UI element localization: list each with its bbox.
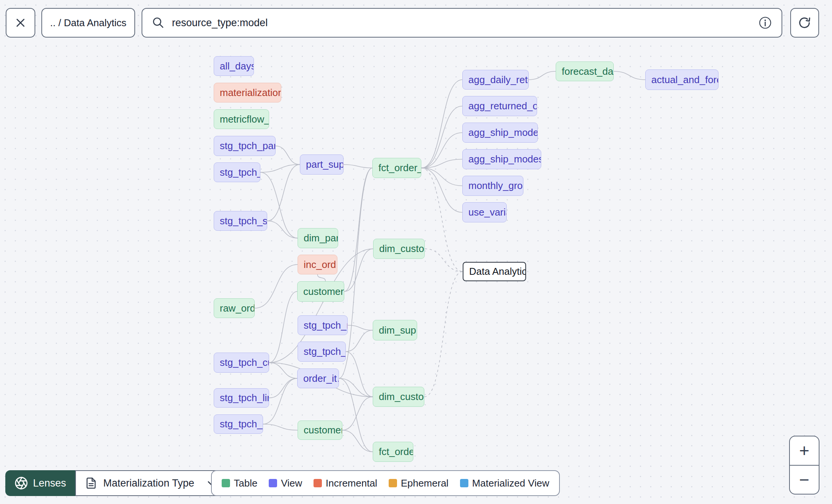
search-bar <box>142 8 782 38</box>
graph-node-dim_custo_a[interactable]: dim_custo… <box>373 239 425 259</box>
aperture-icon <box>14 476 28 490</box>
graph-node-fct_orders[interactable]: fct_orders <box>373 442 413 462</box>
graph-node-metricflow_ti[interactable]: metricflow_ti… <box>214 109 269 129</box>
lenses-label: Lenses <box>33 477 66 489</box>
legend-item-incremental: Incremental <box>314 477 377 489</box>
lineage-canvas[interactable]: all_daysmaterialization_i…metricflow_ti…… <box>0 0 832 504</box>
legend-swatch <box>314 479 322 487</box>
lineage-app: { "header": { "breadcrumb": ".. / Data A… <box>0 0 832 504</box>
graph-node-stg_tpch_cu[interactable]: stg_tpch_cu… <box>214 353 269 373</box>
graph-node-fct_order_i[interactable]: fct_order_i… <box>372 158 421 178</box>
zoom-out-button[interactable]: − <box>790 466 819 494</box>
graph-node-actual_and[interactable]: actual_and_foreca… <box>645 69 719 90</box>
materialization-legend: TableViewIncrementalEphemeralMaterialize… <box>211 470 560 496</box>
graph-node-use_varia[interactable]: use_varia… <box>462 202 507 222</box>
legend-swatch <box>460 479 468 487</box>
graph-node-part_sup[interactable]: part_sup… <box>300 154 344 175</box>
graph-node-dim_parts[interactable]: dim_parts <box>298 228 338 248</box>
legend-label: Materialized View <box>472 477 549 489</box>
close-icon <box>14 16 27 29</box>
document-icon <box>85 477 97 489</box>
graph-node-stg_tpch_lin[interactable]: stg_tpch_lin… <box>214 388 269 408</box>
legend-label: Ephemeral <box>401 477 449 489</box>
graph-node-customer_a[interactable]: customer… <box>297 281 344 302</box>
info-icon[interactable] <box>758 16 772 30</box>
graph-node-agg_ship_d[interactable]: agg_ship_modes_d… <box>462 123 538 143</box>
graph-node-dim_custo_b[interactable]: dim_custo… <box>373 387 424 407</box>
graph-node-raw_ord[interactable]: raw_ord… <box>214 298 255 318</box>
graph-node-stg_tpch_a[interactable]: stg_tpch_… <box>214 162 260 182</box>
breadcrumb[interactable]: .. / Data Analytics <box>41 8 135 38</box>
legend-item-table: Table <box>222 477 257 489</box>
legend-swatch <box>389 479 397 487</box>
zoom-control: + − <box>789 436 819 495</box>
graph-nodes: all_daysmaterialization_i…metricflow_ti…… <box>0 0 832 504</box>
legend-label: View <box>281 477 302 489</box>
graph-node-stg_tpch_n[interactable]: stg_tpch_n… <box>298 342 346 362</box>
graph-node-dim_sup[interactable]: dim_sup… <box>373 320 417 340</box>
refresh-icon <box>797 15 812 30</box>
graph-node-agg_ship_ha[interactable]: agg_ship_modes_ha… <box>462 149 541 169</box>
graph-node-stg_tpch_r[interactable]: stg_tpch_r… <box>298 315 348 335</box>
search-input[interactable] <box>171 17 752 29</box>
legend-label: Incremental <box>326 477 377 489</box>
lenses-control: Lenses Materialization Type <box>5 470 226 496</box>
graph-node-stg_tpch_part[interactable]: stg_tpch_part_… <box>214 136 276 156</box>
legend-item-ephemeral: Ephemeral <box>389 477 449 489</box>
graph-node-order_it[interactable]: order_it… <box>297 369 339 388</box>
graph-node-materialization_i[interactable]: materialization_i… <box>214 83 281 102</box>
search-icon <box>151 16 165 30</box>
graph-node-inc_ord[interactable]: inc_ord… <box>298 255 337 274</box>
zoom-in-button[interactable]: + <box>790 436 819 466</box>
legend-swatch <box>222 479 230 487</box>
lens-selector-dropdown[interactable]: Materialization Type <box>75 470 226 496</box>
graph-node-agg_returned[interactable]: agg_returned_orde… <box>462 96 537 116</box>
close-button[interactable] <box>6 8 35 38</box>
legend-item-materialized-view: Materialized View <box>460 477 549 489</box>
graph-node-stg_tpch_su[interactable]: stg_tpch_su… <box>214 211 267 231</box>
graph-node-stg_tpch_b[interactable]: stg_tpch_… <box>214 414 263 434</box>
graph-node-all_days[interactable]: all_days <box>214 56 254 76</box>
refresh-button[interactable] <box>790 8 819 38</box>
legend-swatch <box>269 479 277 487</box>
legend-item-view: View <box>269 477 302 489</box>
breadcrumb-label: .. / Data Analytics <box>50 17 126 29</box>
lenses-button[interactable]: Lenses <box>5 470 75 496</box>
graph-node-customer_b[interactable]: customer… <box>298 421 342 440</box>
legend-label: Table <box>234 477 257 489</box>
graph-node-monthly_gross[interactable]: monthly_gross… <box>462 176 523 196</box>
graph-node-forecast_daily[interactable]: forecast_daily… <box>556 61 614 81</box>
graph-node-agg_daily[interactable]: agg_daily_retur… <box>462 70 529 90</box>
lens-selector-label: Materialization Type <box>103 477 194 489</box>
graph-node-project[interactable]: Data Analytics | … <box>463 262 526 281</box>
